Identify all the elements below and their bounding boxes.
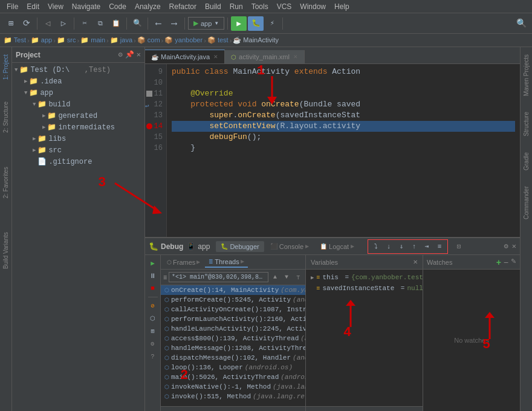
thread-up[interactable]: ▲ bbox=[270, 273, 280, 282]
menu-build[interactable]: Build bbox=[201, 1, 225, 12]
structure-tab-vertical[interactable]: 2: Structure bbox=[1, 97, 10, 138]
menu-window[interactable]: Window bbox=[296, 1, 330, 12]
gradle-tab-vertical[interactable]: Gradle bbox=[522, 147, 531, 175]
stack-frame-1[interactable]: ⬡ performCreate():5245, Activity (androi… bbox=[161, 295, 305, 305]
menu-vcs[interactable]: VCS bbox=[273, 1, 296, 12]
watches-edit-icon[interactable]: ✎ bbox=[511, 257, 516, 267]
project-close-icon[interactable]: ✕ bbox=[137, 50, 141, 59]
toolbar-btn-profile[interactable]: ⚡ bbox=[265, 16, 279, 31]
tree-item-root[interactable]: ▼ 📁 Test (D:\ ,Test) bbox=[12, 64, 144, 76]
tree-item-idea[interactable]: ▶ 📁 .idea bbox=[12, 76, 144, 87]
debug-force-step-into[interactable]: ⇓ bbox=[395, 241, 407, 253]
toolbar-btn-paste[interactable]: 📋 bbox=[109, 16, 123, 31]
toolbar-btn-1[interactable]: ⊞ bbox=[4, 16, 18, 31]
maven-tab-vertical[interactable]: Maven Projects bbox=[522, 50, 531, 101]
debug-step-out[interactable]: ↑ bbox=[408, 241, 420, 253]
threads-sub-tab[interactable]: ≣ Threads ▶ bbox=[205, 257, 247, 268]
stack-frame-9[interactable]: ⬡ main():5026, ActivityThread (android.a… bbox=[161, 372, 305, 382]
debug-close-icon[interactable]: ✕ bbox=[512, 242, 516, 251]
pause-button[interactable]: ⏸ bbox=[148, 270, 158, 281]
toolbar-btn-2[interactable]: ⟳ bbox=[19, 16, 34, 31]
tree-item-app[interactable]: ▼ 📁 app bbox=[12, 87, 144, 99]
stack-frame-2[interactable]: ⬡ callActivityOnCreate():1087, Instrumen… bbox=[161, 305, 305, 314]
stack-frame-3[interactable]: ⬡ performLaunchActivity():2160, Activity… bbox=[161, 314, 305, 324]
variables-close-icon[interactable]: ✕ bbox=[413, 259, 418, 265]
debug-settings-icon[interactable]: ⚙ bbox=[504, 242, 508, 251]
stack-frame-5[interactable]: ⬡ access$800():139, ActivityThread (andr… bbox=[161, 334, 305, 343]
tab-activitymain[interactable]: ⬡ activity_main.xml ✕ bbox=[225, 50, 305, 63]
menu-view[interactable]: View bbox=[44, 1, 68, 12]
breadcrumb-app[interactable]: 📁 app bbox=[31, 36, 52, 44]
get-thread-dump[interactable]: ⊞ bbox=[148, 326, 158, 337]
toolbar-btn-redo[interactable]: ▷ bbox=[56, 16, 71, 31]
menu-refactor[interactable]: Refactor bbox=[165, 1, 201, 12]
stack-frame-0[interactable]: ⬡ onCreate():14, MainActivity (com.yanbo… bbox=[161, 285, 305, 295]
structure-right-tab-vertical[interactable]: Structure bbox=[522, 107, 531, 141]
breadcrumb-java[interactable]: 📁 java bbox=[110, 36, 132, 44]
help-debug[interactable]: ? bbox=[148, 351, 158, 362]
debug-restore-layout[interactable]: ⊡ bbox=[453, 241, 465, 253]
tree-item-gitignore[interactable]: 📄 .gitignore bbox=[12, 156, 144, 167]
debug-tab-console[interactable]: ⬛ Console ▶ bbox=[265, 241, 314, 252]
debug-run-to-cursor[interactable]: ⇥ bbox=[421, 241, 433, 253]
toolbar-search[interactable]: 🔍 bbox=[514, 16, 528, 31]
view-breakpoints[interactable]: ⬡ bbox=[148, 313, 158, 324]
menu-help[interactable]: Help bbox=[330, 1, 354, 12]
tree-item-generated[interactable]: ▶ 📁 generated bbox=[12, 110, 144, 121]
stack-frame-4[interactable]: ⬡ handleLaunchActivity():2245, ActivityT… bbox=[161, 324, 305, 334]
favorites-tab-vertical[interactable]: 2: Favorites bbox=[1, 162, 10, 203]
menu-analyze[interactable]: Analyze bbox=[131, 1, 165, 12]
mute-breakpoints[interactable]: ⊘ bbox=[148, 300, 158, 311]
frames-sub-tab[interactable]: ⬡ Frames ▶ bbox=[163, 257, 204, 267]
menu-code[interactable]: Code bbox=[105, 1, 131, 12]
watches-add-icon[interactable]: + bbox=[496, 257, 501, 267]
stack-frame-10[interactable]: ⬡ invokeNative():-1, Method (java.lang.r… bbox=[161, 382, 305, 392]
watches-remove-icon[interactable]: − bbox=[504, 257, 508, 267]
toolbar-btn-copy[interactable]: ⧉ bbox=[93, 16, 108, 31]
console-tab-close[interactable]: ▶ bbox=[305, 244, 309, 249]
tree-item-libs[interactable]: ▶ 📁 libs bbox=[12, 133, 144, 144]
menu-edit[interactable]: Edit bbox=[22, 1, 44, 12]
app-dropdown[interactable]: ▶ app ▼ bbox=[188, 17, 224, 30]
breadcrumb-src[interactable]: 📁 src bbox=[57, 36, 76, 44]
var-this[interactable]: ▶ ≡ this = {com.yanbober.test.MainActivi… bbox=[306, 272, 423, 283]
project-settings-icon[interactable]: ⚙ bbox=[118, 50, 123, 59]
resume-button[interactable]: ▶ bbox=[148, 257, 158, 268]
menu-run[interactable]: Run bbox=[225, 1, 247, 12]
breadcrumb-test[interactable]: 📁 Test bbox=[4, 36, 26, 44]
stack-frame-6[interactable]: ⬡ handleMessage():1208, ActivityThread$H… bbox=[161, 343, 305, 353]
breadcrumb-main[interactable]: 📁 main bbox=[80, 36, 105, 44]
breadcrumb-com[interactable]: 📦 com bbox=[137, 36, 160, 44]
thread-filter[interactable]: ⊤ bbox=[293, 273, 303, 282]
stack-frame-11[interactable]: ⬡ invoke():515, Method (java.lang.reflec… bbox=[161, 392, 305, 401]
breadcrumb-yanbober[interactable]: 📦 yanbober bbox=[164, 36, 203, 44]
frames-scrollbar[interactable] bbox=[161, 406, 305, 411]
debug-tab-debugger[interactable]: 🐛 Debugger bbox=[216, 241, 264, 252]
debug-button[interactable]: 🐛 bbox=[248, 16, 264, 31]
debug-tab-logcat[interactable]: 📋 Logcat ▶ bbox=[315, 241, 359, 252]
thread-dropdown[interactable]: *<1> main"@830,026,398,888 in group "m..… bbox=[169, 272, 268, 282]
breadcrumb-testpkg[interactable]: 📦 test bbox=[207, 36, 229, 44]
tree-item-intermediates[interactable]: ▶ 📁 intermediates bbox=[12, 121, 144, 133]
variables-scrollbar[interactable] bbox=[306, 406, 423, 411]
project-pin-icon[interactable]: 📌 bbox=[125, 50, 134, 59]
run-button[interactable]: ▶ bbox=[231, 16, 247, 31]
var-savedinstance[interactable]: ≡ savedInstanceState = null bbox=[306, 283, 423, 294]
menu-tools[interactable]: Tools bbox=[247, 1, 273, 12]
commander-tab-vertical[interactable]: Commander bbox=[522, 181, 531, 224]
project-tab-vertical[interactable]: 1: Project bbox=[1, 50, 10, 85]
toolbar-btn-6[interactable]: ⟶ bbox=[167, 16, 181, 31]
stack-frame-8[interactable]: ⬡ loop():136, Looper (android.os) bbox=[161, 363, 305, 372]
toolbar-btn-undo[interactable]: ◁ bbox=[41, 16, 55, 31]
debug-step-over[interactable]: ⤵ bbox=[370, 241, 382, 253]
toolbar-btn-5[interactable]: ⟵ bbox=[151, 16, 166, 31]
menu-file[interactable]: File bbox=[2, 1, 22, 12]
tab-activitymain-close[interactable]: ✕ bbox=[293, 54, 298, 60]
build-variants-tab-vertical[interactable]: Build Variants bbox=[1, 227, 10, 274]
tab-mainactivity-close[interactable]: ✕ bbox=[213, 54, 218, 60]
toolbar-btn-cut[interactable]: ✂ bbox=[77, 16, 92, 31]
stop-button[interactable]: ■ bbox=[148, 283, 158, 294]
breadcrumb-mainactivity[interactable]: ☕ MainActivity bbox=[233, 36, 279, 44]
stack-frame-7[interactable]: ⬡ dispatchMessage():102, Handler (androi… bbox=[161, 353, 305, 363]
logcat-tab-close[interactable]: ▶ bbox=[351, 244, 354, 249]
